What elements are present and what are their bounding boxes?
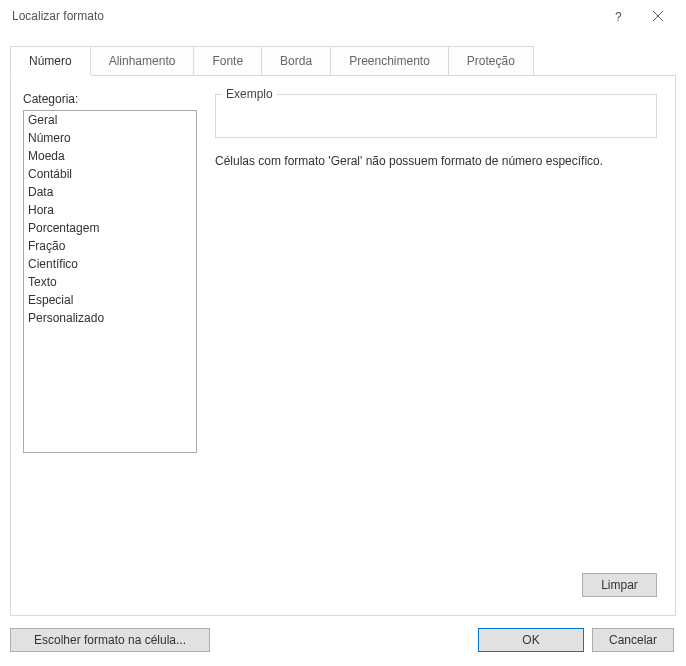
list-item[interactable]: Número — [24, 129, 196, 147]
ok-button[interactable]: OK — [478, 628, 584, 652]
clear-button[interactable]: Limpar — [582, 573, 657, 597]
list-item[interactable]: Científico — [24, 255, 196, 273]
tab-label: Fonte — [212, 54, 243, 68]
tab-label: Número — [29, 54, 72, 68]
tab-label: Alinhamento — [109, 54, 176, 68]
tab-number[interactable]: Número — [10, 46, 91, 76]
list-item[interactable]: Contábil — [24, 165, 196, 183]
choose-format-button[interactable]: Escolher formato na célula... — [10, 628, 210, 652]
button-label: OK — [522, 633, 539, 647]
example-legend: Exemplo — [222, 87, 277, 101]
cancel-button[interactable]: Cancelar — [592, 628, 674, 652]
list-item[interactable]: Fração — [24, 237, 196, 255]
list-item[interactable]: Geral — [24, 111, 196, 129]
example-fieldset: Exemplo — [215, 94, 657, 138]
tab-label: Preenchimento — [349, 54, 430, 68]
button-label: Escolher formato na célula... — [34, 633, 186, 647]
list-item[interactable]: Moeda — [24, 147, 196, 165]
list-item[interactable]: Porcentagem — [24, 219, 196, 237]
list-item[interactable]: Texto — [24, 273, 196, 291]
tab-border[interactable]: Borda — [261, 46, 331, 75]
list-item[interactable]: Especial — [24, 291, 196, 309]
tab-alignment[interactable]: Alinhamento — [90, 46, 195, 75]
tab-panel: Categoria: Geral Número Moeda Contábil D… — [10, 75, 676, 616]
close-button[interactable] — [638, 2, 678, 30]
list-item[interactable]: Hora — [24, 201, 196, 219]
dialog-footer: Escolher formato na célula... OK Cancela… — [0, 616, 686, 666]
tab-strip: Número Alinhamento Fonte Borda Preenchim… — [10, 46, 686, 75]
svg-text:?: ? — [615, 10, 622, 23]
tab-label: Borda — [280, 54, 312, 68]
tab-protection[interactable]: Proteção — [448, 46, 534, 75]
category-listbox[interactable]: Geral Número Moeda Contábil Data Hora Po… — [23, 110, 197, 453]
tab-font[interactable]: Fonte — [193, 46, 262, 75]
dialog-window: Localizar formato ? Número Alinhamento F… — [0, 0, 686, 666]
description-text: Células com formato 'Geral' não possuem … — [215, 154, 657, 168]
button-label: Limpar — [601, 578, 638, 592]
titlebar: Localizar formato ? — [0, 0, 686, 32]
window-title: Localizar formato — [12, 9, 598, 23]
tab-fill[interactable]: Preenchimento — [330, 46, 449, 75]
button-label: Cancelar — [609, 633, 657, 647]
category-label: Categoria: — [23, 92, 197, 106]
list-item[interactable]: Data — [24, 183, 196, 201]
help-button[interactable]: ? — [598, 2, 638, 30]
list-item[interactable]: Personalizado — [24, 309, 196, 327]
tab-label: Proteção — [467, 54, 515, 68]
